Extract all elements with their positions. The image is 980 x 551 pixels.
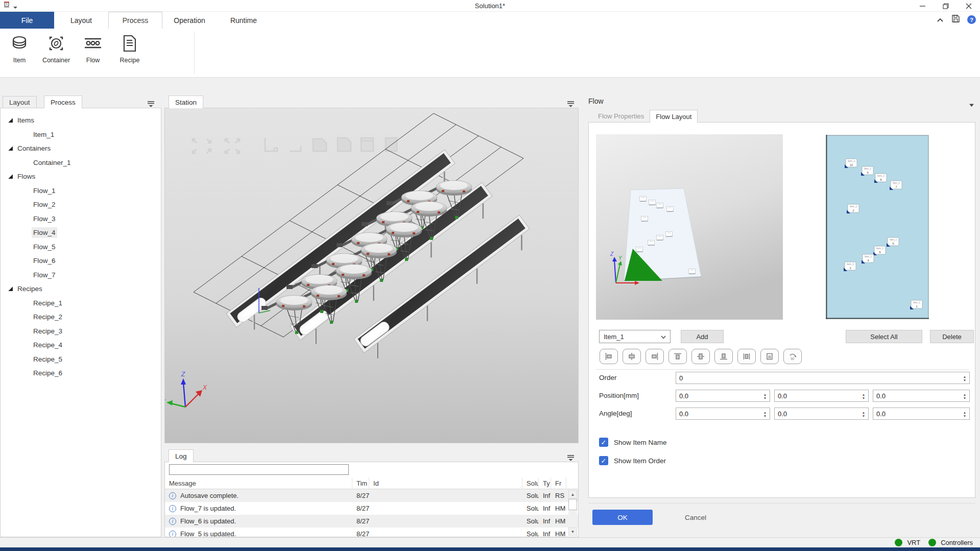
ok-button[interactable]: OK [592, 510, 653, 525]
layout-item-card[interactable]: Item_110 [845, 159, 857, 168]
layout-item-card[interactable]: Item_16 [887, 237, 899, 247]
spinner-arrows-icon[interactable]: ▲▼ [861, 409, 867, 420]
log-row[interactable]: iFlow_5 is updated.8/27SoluInfHM [165, 528, 578, 537]
align-center-horizontal-button[interactable] [623, 349, 641, 364]
ribbon-button-flow[interactable]: Flow [75, 32, 111, 65]
order-stepper[interactable]: ▲▼ [676, 372, 970, 384]
tree-item-recipe_3[interactable]: Recipe_3 [1, 324, 161, 339]
tree-item-recipe_2[interactable]: Recipe_2 [1, 310, 161, 324]
tree-item-flow_4[interactable]: Flow_4 [1, 226, 161, 240]
restore-button[interactable] [934, 0, 957, 12]
tree-item-container_1[interactable]: Container_1 [1, 156, 161, 170]
layout-item-card[interactable]: Item_19 [861, 166, 873, 176]
log-scrollbar[interactable]: ▲ ▼ [568, 490, 577, 536]
tree-item-flows[interactable]: Flows [1, 170, 161, 184]
scroll-down-icon[interactable]: ▼ [568, 528, 577, 536]
position-z-stepper[interactable]: ▲▼ [873, 390, 970, 402]
minimize-button[interactable] [911, 0, 934, 12]
tree-item-recipe_5[interactable]: Recipe_5 [1, 352, 161, 367]
tree-expander-icon[interactable] [8, 174, 13, 179]
flow-tab-flow-layout[interactable]: Flow Layout [650, 110, 698, 123]
ribbon-tab-process[interactable]: Process [108, 12, 162, 29]
log-row[interactable]: iFlow_6 is updated.8/27SoluInfHM [165, 515, 578, 528]
layout-item-card[interactable]: Item_12 [847, 204, 859, 213]
log-table-header[interactable]: MessageTimIdSoluTyFr [165, 477, 578, 489]
log-panel-menu-icon[interactable] [567, 454, 576, 462]
spinner-arrows-icon[interactable]: ▲▼ [762, 391, 768, 402]
checkbox-show-item-order[interactable]: ✓Show Item Order [599, 456, 666, 465]
flow-tab-flow-properties[interactable]: Flow Properties [592, 110, 650, 123]
tree-expander-icon[interactable] [8, 146, 13, 151]
angle-y-stepper[interactable]: ▲▼ [774, 408, 869, 420]
tree-expander-icon[interactable] [8, 118, 13, 123]
add-button[interactable]: Add [681, 330, 724, 343]
tree-item-flow_3[interactable]: Flow_3 [1, 212, 161, 226]
collapse-ribbon-icon[interactable] [936, 15, 944, 25]
checkbox-checked-icon[interactable]: ✓ [599, 456, 608, 465]
tree-item-flow_5[interactable]: Flow_5 [1, 240, 161, 254]
log-column-fr[interactable]: Fr [551, 477, 566, 489]
log-filter-input[interactable] [169, 464, 349, 475]
position-x-input[interactable] [676, 390, 770, 401]
tree-item-items[interactable]: Items [1, 113, 161, 128]
distribute-vertical-button[interactable] [760, 349, 779, 364]
close-button[interactable] [957, 0, 980, 12]
tree-item-recipe_1[interactable]: Recipe_1 [1, 296, 161, 310]
log-row[interactable]: iAutosave complete.8/27SoluInfRS [165, 489, 578, 502]
station-3d-viewport[interactable]: ZXY [164, 108, 579, 443]
align-top-button[interactable] [668, 349, 687, 364]
spinner-arrows-icon[interactable]: ▲▼ [962, 409, 968, 420]
flow-panel-dropdown-icon[interactable] [969, 100, 978, 108]
layout-item-card[interactable]: Item_17 [890, 181, 902, 190]
delete-button[interactable]: Delete [930, 330, 974, 343]
scroll-up-icon[interactable]: ▲ [568, 490, 577, 498]
tree-expander-icon[interactable] [8, 286, 13, 291]
align-left-button[interactable] [600, 349, 618, 364]
log-column-id[interactable]: Id [369, 477, 522, 489]
tab-log[interactable]: Log [169, 449, 194, 462]
layout-item-card[interactable]: Item_14 [862, 254, 874, 263]
angle-y-input[interactable] [775, 408, 868, 419]
rotate-90-button[interactable]: 90 [783, 349, 802, 364]
log-row[interactable]: iFlow_7 is updated.8/27SoluInfHM [165, 502, 578, 515]
ribbon-button-recipe[interactable]: Recipe [111, 32, 148, 65]
tree-item-recipe_6[interactable]: Recipe_6 [1, 366, 161, 380]
tree-item-flow_2[interactable]: Flow_2 [1, 198, 161, 212]
log-column-tim[interactable]: Tim [352, 477, 369, 489]
spinner-arrows-icon[interactable]: ▲▼ [861, 391, 867, 402]
position-z-input[interactable] [873, 390, 969, 401]
checkbox-checked-icon[interactable]: ✓ [599, 438, 608, 447]
ribbon-button-container[interactable]: Container [38, 32, 75, 65]
item-select[interactable]: Item_1 [599, 330, 671, 343]
flow-layout-3d-preview[interactable]: ZY [596, 134, 783, 322]
tree-item-flow_7[interactable]: Flow_7 [1, 268, 161, 282]
tree-item-containers[interactable]: Containers [1, 141, 161, 156]
angle-z-stepper[interactable]: ▲▼ [873, 408, 970, 420]
layout-item-card[interactable]: Item_11 [910, 300, 922, 309]
cancel-button[interactable]: Cancel [675, 510, 716, 525]
left-tab-process[interactable]: Process [44, 95, 82, 108]
distribute-horizontal-button[interactable] [737, 349, 756, 364]
flow-layout-2d-view[interactable]: Item_110Item_19Item_18Item_17Item_12Item… [826, 135, 929, 321]
save-icon[interactable] [951, 14, 960, 25]
position-y-stepper[interactable]: ▲▼ [774, 390, 869, 402]
left-tab-layout[interactable]: Layout [3, 96, 37, 108]
position-x-stepper[interactable]: ▲▼ [676, 390, 770, 402]
station-panel-menu-icon[interactable] [567, 100, 576, 108]
ribbon-button-item[interactable]: Item [1, 32, 38, 65]
layout-item-card[interactable]: Item_18 [874, 174, 887, 183]
tree-item-item_1[interactable]: Item_1 [1, 128, 161, 142]
ribbon-tab-operation[interactable]: Operation [162, 12, 217, 29]
angle-x-input[interactable] [676, 408, 770, 419]
align-center-vertical-button[interactable] [691, 349, 710, 364]
align-right-button[interactable] [646, 349, 664, 364]
angle-z-input[interactable] [873, 408, 969, 419]
ribbon-tab-file[interactable]: File [0, 12, 54, 29]
tree-item-flow_6[interactable]: Flow_6 [1, 254, 161, 268]
log-column-ty[interactable]: Ty [539, 477, 551, 489]
tree-item-flow_1[interactable]: Flow_1 [1, 184, 161, 198]
log-column-solu[interactable]: Solu [522, 477, 539, 489]
spinner-arrows-icon[interactable]: ▲▼ [962, 373, 968, 384]
position-y-input[interactable] [775, 390, 868, 401]
angle-x-stepper[interactable]: ▲▼ [676, 408, 770, 420]
